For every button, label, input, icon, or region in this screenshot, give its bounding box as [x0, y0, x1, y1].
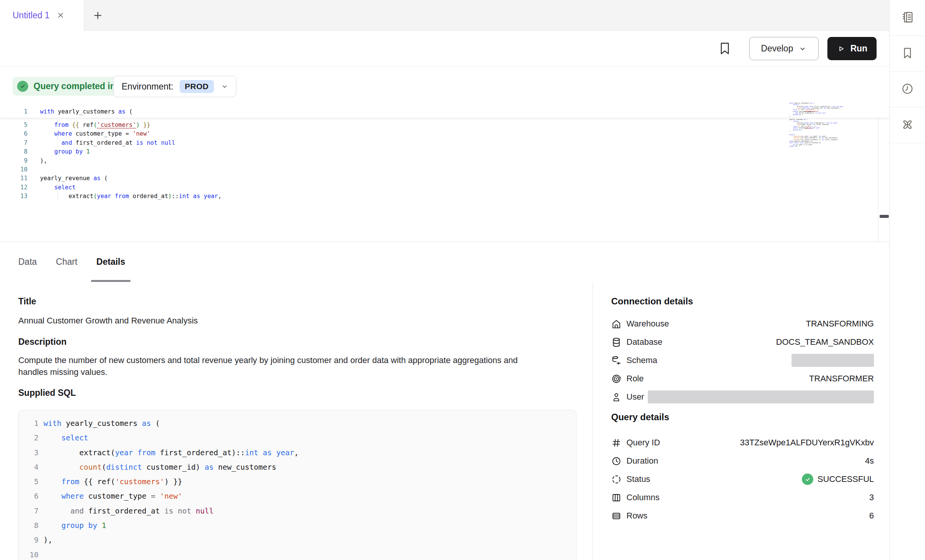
tab-untitled-1[interactable]: Untitled 1	[0, 0, 84, 30]
bookmark-icon[interactable]	[718, 41, 731, 57]
connection-panel: Connection details WarehouseTRANSFORMING…	[593, 282, 889, 560]
rows-icon	[611, 511, 621, 521]
role-icon	[611, 374, 621, 384]
code-line: 1with yearly_customers as (	[0, 107, 889, 116]
detail-label: User	[626, 392, 644, 402]
detail-label: Status	[626, 474, 650, 484]
title-heading: Title	[18, 296, 576, 306]
detail-value: TRANSFORMING	[806, 319, 874, 329]
indent-guide	[58, 120, 58, 156]
detail-row: WarehouseTRANSFORMING	[611, 315, 874, 333]
run-label: Run	[850, 43, 867, 54]
detail-value: 3	[869, 493, 874, 502]
tab-data[interactable]: Data	[13, 242, 42, 282]
detail-label: Schema	[626, 355, 657, 365]
code-line: 5 from {{ ref('customers') }}	[19, 475, 576, 489]
detail-label: Query ID	[626, 438, 660, 448]
close-icon[interactable]	[56, 11, 65, 19]
chevron-down-icon	[798, 45, 807, 53]
warehouse-icon	[611, 319, 621, 329]
clock-icon	[611, 456, 621, 466]
redacted-value	[792, 354, 874, 367]
columns-icon	[611, 493, 621, 503]
tab-details[interactable]: Details	[91, 242, 130, 282]
detail-label: Duration	[626, 456, 658, 466]
environment-select[interactable]: Environment: PROD	[113, 76, 236, 97]
detail-row: StatusSUCCESSFUL	[611, 470, 874, 488]
detail-row: Rows6	[611, 507, 874, 525]
code-line: 9),	[0, 157, 889, 165]
line-number: 1	[0, 107, 27, 116]
line-number: 12	[0, 183, 27, 192]
editor-code-lines: 5 from {{ ref('customers') }}6 where cus…	[0, 118, 889, 201]
detail-label: Database	[626, 337, 662, 347]
detail-row: Schema	[611, 351, 874, 370]
notebook-icon	[901, 11, 914, 25]
line-number: 10	[0, 165, 27, 174]
line-number: 8	[0, 147, 27, 156]
add-tab-button[interactable]	[93, 10, 103, 22]
code-line: 13 extract(year from ordered_at)::int as…	[0, 192, 889, 201]
line-number: 9	[19, 533, 39, 547]
tab-chart[interactable]: Chart	[51, 242, 83, 282]
rail-button-compass[interactable]	[890, 107, 925, 143]
develop-dropdown[interactable]: Develop	[749, 37, 819, 60]
spinner-icon	[611, 474, 621, 485]
rail-button-history[interactable]	[890, 72, 925, 107]
line-number: 9	[0, 157, 27, 165]
detail-row: Duration4s	[611, 452, 874, 470]
detail-row: User	[611, 388, 874, 406]
code-line: 4 count(distinct customer_id) as new_cus…	[19, 460, 576, 475]
code-line: 9),	[19, 533, 576, 547]
right-icon-rail	[889, 0, 925, 560]
editor-minimap[interactable]: with yearly_customers as ( select extrac…	[789, 102, 875, 147]
run-button[interactable]: Run	[827, 37, 877, 60]
redacted-value	[648, 390, 874, 403]
environment-label: Environment:	[122, 82, 173, 92]
connection-details-heading: Connection details	[611, 296, 874, 306]
supplied-sql-heading: Supplied SQL	[18, 388, 576, 398]
editor-toolbar: Develop Run	[0, 30, 889, 67]
sql-editor[interactable]: 1with yearly_customers as ( 5 from {{ re…	[0, 106, 889, 242]
detail-row: RoleTRANSFORMER	[611, 370, 874, 388]
detail-label: Columns	[626, 493, 660, 502]
code-line: 12 select	[0, 183, 889, 192]
title-value: Annual Customer Growth and Revenue Analy…	[18, 315, 576, 326]
develop-label: Develop	[761, 43, 793, 54]
code-line: 10	[19, 548, 576, 560]
code-line: 3 extract(year from first_ordered_at)::i…	[19, 446, 576, 460]
compass-icon	[901, 118, 914, 133]
detail-value: TRANSFORMER	[809, 374, 874, 384]
query-details-heading: Query details	[611, 412, 874, 422]
rail-button-notebook[interactable]	[890, 0, 925, 36]
code-line: 6 where customer_type = 'new'	[19, 489, 576, 504]
detail-label: Warehouse	[626, 319, 669, 329]
indent-guide	[58, 182, 58, 200]
line-number: 11	[0, 174, 27, 183]
hash-icon	[611, 438, 621, 448]
code-line: 7 and first_ordered_at is not null	[19, 504, 576, 518]
detail-value: 33TZseWpe1ALFDUYerxR1gVKxbv	[740, 438, 874, 448]
line-number: 1	[19, 416, 39, 431]
detail-value: 4s	[865, 456, 874, 466]
line-number: 7	[19, 504, 39, 518]
editor-sticky-line: 1with yearly_customers as (	[0, 106, 889, 118]
history-icon	[901, 82, 914, 97]
detail-row: Query ID33TZseWpe1ALFDUYerxR1gVKxbv	[611, 434, 874, 452]
status-value: SUCCESSFUL	[802, 474, 874, 485]
line-number: 3	[19, 446, 39, 460]
line-number: 5	[0, 121, 27, 130]
line-number: 7	[0, 139, 27, 147]
main-area: Untitled 1 Develop Run	[0, 0, 889, 560]
code-line: 8 group by 1	[0, 147, 889, 156]
detail-label: Role	[626, 374, 644, 384]
line-number: 13	[0, 192, 27, 201]
play-icon	[837, 44, 846, 53]
scrollbar-thumb[interactable]	[880, 215, 889, 218]
code-line: 7 and first_ordered_at is not null	[0, 139, 889, 147]
line-number: 4	[19, 460, 39, 475]
detail-label: Rows	[626, 511, 647, 521]
description-value: Compute the number of new customers and …	[18, 354, 518, 378]
database-icon	[611, 337, 621, 347]
rail-button-bookmark[interactable]	[890, 36, 925, 72]
